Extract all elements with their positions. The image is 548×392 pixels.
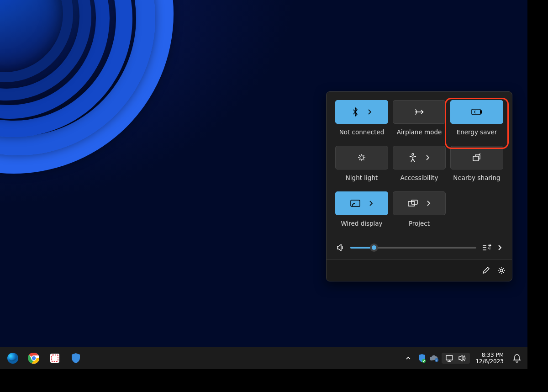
qs-item-airplane: Airplane mode [392, 100, 446, 142]
audio-output-icon[interactable] [482, 244, 492, 252]
qs-label-accessibility: Accessibility [400, 174, 438, 181]
qs-item-bluetooth: Not connected [335, 100, 389, 142]
project-icon [408, 200, 418, 207]
volume-row [335, 233, 504, 259]
night-light-icon [357, 153, 366, 162]
svg-point-2 [360, 156, 364, 159]
qs-tile-night-light[interactable] [335, 146, 388, 170]
taskbar-app-chrome[interactable] [24, 349, 44, 367]
svg-rect-0 [472, 109, 480, 115]
tray-network-volume-group[interactable] [442, 353, 470, 364]
volume-low-icon[interactable] [337, 244, 345, 251]
taskbar-clock[interactable]: 8:33 PM 12/6/2023 [473, 352, 506, 365]
volume-slider[interactable] [350, 247, 476, 249]
qs-tile-project[interactable] [393, 191, 446, 215]
chevron-right-icon[interactable] [497, 244, 502, 251]
qs-label-bluetooth: Not connected [339, 128, 385, 136]
svg-point-6 [352, 206, 353, 207]
qs-label-energy-saver: Energy saver [457, 128, 497, 136]
qs-tile-wired-display[interactable] [335, 191, 388, 215]
qs-tile-accessibility[interactable] [393, 146, 446, 170]
chevron-right-icon[interactable] [369, 200, 373, 207]
qs-item-wired-display: Wired display [335, 191, 389, 233]
tray-overflow-chevron[interactable] [401, 349, 415, 367]
chevron-right-icon[interactable] [425, 154, 430, 161]
energy-saver-icon [471, 108, 482, 116]
network-icon [445, 355, 453, 362]
qs-tile-bluetooth[interactable] [335, 100, 388, 124]
edit-icon[interactable] [482, 266, 490, 275]
tray-onedrive-icon[interactable]: i [429, 355, 439, 362]
clock-date: 12/6/2023 [475, 358, 504, 365]
taskbar: i 8:33 PM 12/6/2023 [0, 347, 527, 369]
quick-settings-footer [327, 259, 512, 281]
qs-tile-energy-saver[interactable] [450, 100, 503, 124]
svg-rect-21 [446, 355, 453, 360]
svg-point-10 [490, 245, 491, 246]
bluetooth-icon [352, 107, 359, 117]
taskbar-app-snipping-tool[interactable] [45, 349, 65, 367]
qs-tile-airplane[interactable] [393, 100, 446, 124]
qs-tile-nearby-sharing[interactable] [450, 146, 503, 170]
qs-item-night-light: Night light [335, 146, 389, 188]
qs-label-nearby-sharing: Nearby sharing [453, 174, 500, 181]
quick-settings-panel: Not connected Airplane mode Energy saver [326, 91, 512, 281]
airplane-icon [414, 107, 424, 117]
cast-icon [350, 200, 360, 207]
svg-point-3 [412, 154, 414, 155]
nearby-sharing-icon [472, 154, 481, 162]
qs-item-accessibility: Accessibility [392, 146, 446, 188]
taskbar-app-edge[interactable] [3, 349, 23, 367]
taskbar-app-security[interactable] [66, 349, 86, 367]
qs-label-project: Project [409, 220, 430, 227]
qs-label-airplane: Airplane mode [397, 128, 442, 136]
svg-point-9 [489, 245, 490, 246]
qs-item-nearby-sharing: Nearby sharing [450, 146, 504, 188]
quick-settings-grid: Not connected Airplane mode Energy saver [335, 100, 504, 233]
tray-security-icon[interactable] [418, 354, 426, 363]
chevron-right-icon[interactable] [426, 200, 431, 207]
notifications-button[interactable] [509, 349, 525, 367]
volume-icon [458, 355, 466, 362]
svg-rect-1 [480, 111, 482, 113]
clock-time: 8:33 PM [475, 352, 504, 358]
accessibility-icon [409, 153, 417, 162]
svg-text:i: i [437, 359, 437, 362]
svg-point-11 [500, 269, 503, 272]
svg-rect-4 [473, 156, 479, 161]
qs-label-night-light: Night light [346, 174, 378, 181]
qs-item-energy-saver: Energy saver [450, 100, 504, 142]
qs-label-wired-display: Wired display [341, 220, 382, 227]
chevron-right-icon[interactable] [367, 109, 372, 115]
qs-item-project: Project [392, 191, 446, 233]
settings-gear-icon[interactable] [497, 266, 506, 275]
